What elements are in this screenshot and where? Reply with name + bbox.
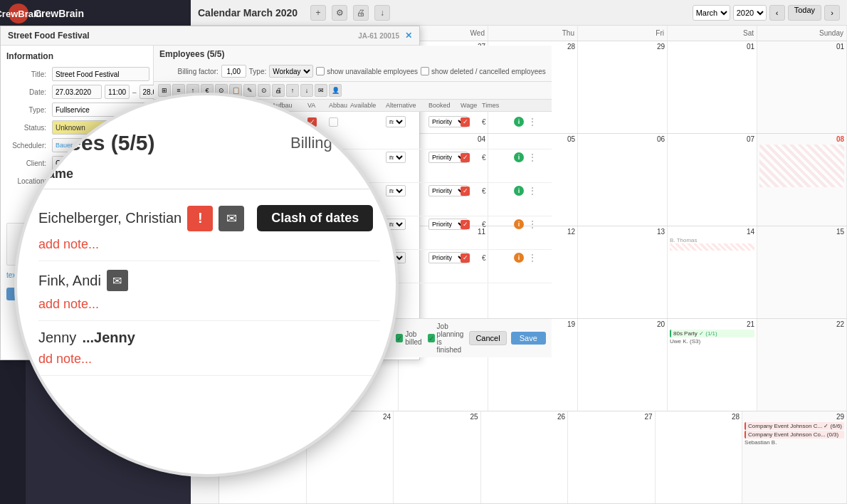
booked-fink[interactable]: ✓ <box>461 153 470 162</box>
event-dialog-id: JA-61 20015 <box>358 32 399 40</box>
event-dialog-close-icon[interactable]: ✕ <box>405 31 412 41</box>
day-7[interactable]: 07 <box>668 134 757 226</box>
day-15[interactable]: 15 <box>757 226 847 318</box>
ns-select-graf[interactable]: ns <box>386 185 406 196</box>
time-start-input[interactable] <box>105 85 130 99</box>
zoom-circle: plyees (5/5) Billing factor: Name Eichel… <box>14 93 399 477</box>
job-billed-cb[interactable]: ✓ <box>396 334 403 342</box>
rt-btn-13[interactable]: 👤 <box>329 84 342 97</box>
zoom-msg-icon-2[interactable]: ✉ <box>107 270 128 291</box>
type-label: Type: <box>6 106 49 114</box>
day-22[interactable]: 22 <box>757 319 847 411</box>
day-1[interactable]: 01 <box>668 41 757 133</box>
title-label: Title: <box>6 70 49 78</box>
year-select[interactable]: 2020 <box>733 5 767 21</box>
day-header-fri: Fri <box>578 26 668 41</box>
dots-kratzer[interactable]: ⋮ <box>528 219 542 229</box>
day-29[interactable]: 29 Company Event Johnson C... ✓ (6/6) Co… <box>742 411 847 503</box>
day-21[interactable]: 21 80s Party ✓ (1/1) Uwe K. (S3) <box>668 319 757 411</box>
day-13[interactable]: 13 <box>578 226 668 318</box>
month-select[interactable]: March <box>693 5 730 21</box>
booked-niesen[interactable]: ✓ <box>461 253 470 263</box>
wage-graf: € <box>482 187 514 195</box>
type-select-emp[interactable]: Workday <box>269 65 313 78</box>
day-8[interactable]: 08 <box>757 134 847 226</box>
job-planning-label[interactable]: ✓ Job planning is finished <box>428 322 465 354</box>
today-button[interactable]: Today <box>788 5 821 21</box>
rt-btn-7[interactable]: ✎ <box>243 84 256 97</box>
date-label: Date: <box>6 88 49 96</box>
day-26[interactable]: 26 <box>481 411 569 503</box>
rt-btn-12[interactable]: ✉ <box>315 84 327 97</box>
info-section-title: Information <box>6 51 147 61</box>
zoom-emp-name-text-1: Eichelberger, Christian <box>38 210 182 226</box>
zoom-msg-icon[interactable]: ✉ <box>219 206 244 231</box>
rt-btn-8[interactable]: ⊙ <box>258 84 270 97</box>
job-billed-label[interactable]: ✓ Job billed <box>396 330 423 346</box>
booked-graf[interactable]: ✓ <box>461 187 470 196</box>
day-sun-1[interactable]: 01 <box>757 41 847 133</box>
zoom-add-note-1[interactable]: add note... <box>38 237 380 252</box>
info-eichelberger[interactable]: i <box>514 117 524 127</box>
rt-btn-10[interactable]: ↑ <box>286 84 299 97</box>
dots-niesen[interactable]: ⋮ <box>528 253 542 263</box>
info-fink[interactable]: i <box>514 152 524 162</box>
day-header-sun: Sunday <box>757 26 847 41</box>
cancel-button[interactable]: Cancel <box>469 331 506 345</box>
rt-btn-11[interactable]: ↓ <box>300 84 313 97</box>
zoom-add-note-2[interactable]: add note... <box>38 297 380 312</box>
day-27[interactable]: 27 <box>568 411 656 503</box>
date-start-input[interactable] <box>52 85 102 99</box>
search-button[interactable]: ⚙ <box>332 5 347 21</box>
info-graf[interactable]: i <box>514 186 524 196</box>
ns-select-fink[interactable]: ns <box>386 152 406 163</box>
day-29-feb[interactable]: 29 <box>578 41 668 133</box>
info-kratzer[interactable]: i <box>514 219 524 229</box>
footer-right: ✓ Job billed ✓ Job planning is finished … <box>396 322 546 354</box>
booked-eichelberger[interactable]: ✓ <box>461 117 470 127</box>
col-wage: Wage <box>461 102 482 109</box>
show-deleted-label[interactable]: show deleted / cancelled employees <box>421 67 546 75</box>
show-deleted-text: show deleted / cancelled employees <box>431 68 546 75</box>
booked-kratzer[interactable]: ✓ <box>461 220 470 229</box>
day-header-thu: Thu <box>488 26 578 41</box>
dots-fink[interactable]: ⋮ <box>528 152 542 162</box>
save-button[interactable]: Save <box>511 332 546 345</box>
day-20[interactable]: 20 <box>578 319 668 411</box>
download-button[interactable]: ↓ <box>374 5 390 21</box>
day-14[interactable]: 14 B. Thomas <box>668 226 757 318</box>
job-planning-cb[interactable]: ✓ <box>428 334 435 342</box>
ns-select-eichelberger[interactable]: ns <box>386 116 406 127</box>
add-button[interactable]: + <box>310 5 326 21</box>
rt-btn-9[interactable]: 🖨 <box>272 84 285 97</box>
calendar-title: Calendar March 2020 <box>198 7 298 19</box>
col-va: VA <box>307 102 329 109</box>
abbau-cb-eichelberger[interactable] <box>329 117 338 127</box>
day-6[interactable]: 06 <box>578 134 668 226</box>
next-button[interactable]: › <box>824 5 840 21</box>
show-deleted-checkbox[interactable] <box>421 67 429 75</box>
calendar-nav: March 2020 ‹ Today › <box>693 5 840 21</box>
show-unavailable-label[interactable]: show unavailable employees <box>316 67 418 75</box>
day-28[interactable]: 28 <box>656 411 743 503</box>
rt-btn-1[interactable]: ⊞ <box>158 84 171 97</box>
col-actions1 <box>514 102 528 109</box>
prev-button[interactable]: ‹ <box>769 5 785 21</box>
event-dialog-header: Street Food Festival JA-61 20015 ✕ <box>1 26 419 46</box>
zoom-warning-icon[interactable]: ! <box>187 206 213 231</box>
print-button[interactable]: 🖨 <box>353 5 369 21</box>
job-planning-text: Job planning is finished <box>437 322 465 354</box>
title-input[interactable] <box>52 67 149 81</box>
col-booked: Booked <box>428 102 461 109</box>
dots-eichelberger[interactable]: ⋮ <box>528 117 542 127</box>
wage-eichelberger: € <box>482 118 514 126</box>
zoom-emp-name-text-3: Jenny <box>38 330 76 346</box>
info-niesen[interactable]: i <box>514 253 524 263</box>
type-label-emp: Type: <box>249 68 266 75</box>
col-actions2 <box>528 102 542 109</box>
show-unavailable-checkbox[interactable] <box>316 67 325 75</box>
zoom-add-note-3[interactable]: dd note... <box>38 352 380 367</box>
dots-graf[interactable]: ⋮ <box>528 186 542 196</box>
day-25[interactable]: 25 <box>394 411 481 503</box>
billing-factor-input[interactable] <box>221 65 246 78</box>
